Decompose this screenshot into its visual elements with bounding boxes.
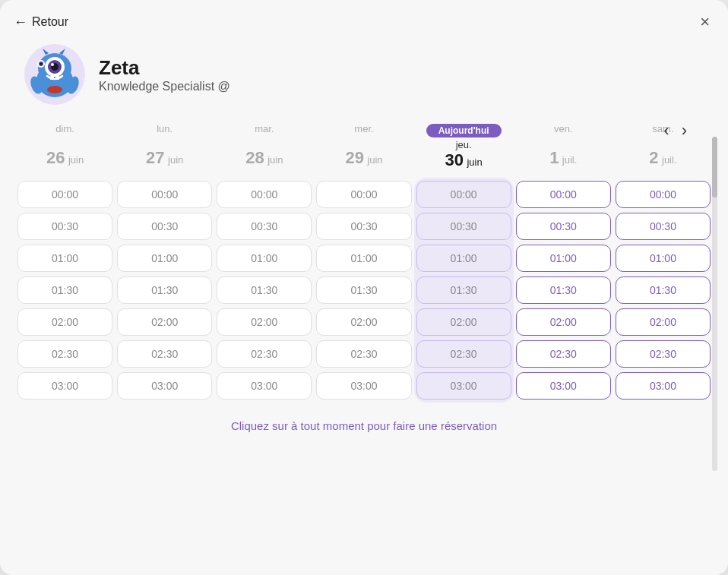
back-button[interactable]: ← Retour bbox=[14, 14, 68, 30]
time-slot-5-3[interactable]: 01:30 bbox=[516, 276, 611, 304]
time-slot-3-6[interactable]: 03:00 bbox=[316, 372, 411, 400]
time-slot-3-5[interactable]: 02:30 bbox=[316, 340, 411, 368]
calendar-grid: dim. 26 juin lun. 27 juin mar. 28 juin m… bbox=[15, 118, 713, 403]
close-button[interactable]: × bbox=[700, 14, 710, 30]
time-slot-4-2[interactable]: 01:00 bbox=[416, 245, 511, 272]
time-slot-5-6[interactable]: 03:00 bbox=[516, 372, 611, 400]
time-slot-5-2[interactable]: 01:00 bbox=[516, 245, 611, 272]
time-slot-3-1[interactable]: 00:30 bbox=[316, 213, 411, 240]
back-label: Retour bbox=[32, 15, 68, 29]
time-slot-6-0[interactable]: 00:00 bbox=[616, 181, 711, 208]
time-slot-5-1[interactable]: 00:30 bbox=[516, 213, 611, 240]
time-slot-2-6[interactable]: 03:00 bbox=[217, 372, 312, 400]
day-number: 28 bbox=[245, 148, 264, 167]
svg-marker-10 bbox=[59, 49, 65, 55]
day-month: juil. bbox=[662, 154, 677, 166]
day-number: 2 bbox=[649, 148, 658, 167]
day-abbr: lun. bbox=[118, 123, 211, 134]
svg-point-8 bbox=[40, 63, 43, 65]
time-slot-6-3[interactable]: 01:30 bbox=[616, 276, 711, 304]
time-slot-1-2[interactable]: 01:00 bbox=[117, 245, 212, 272]
day-abbr: jeu. bbox=[417, 139, 511, 150]
time-slot-6-4[interactable]: 02:00 bbox=[616, 308, 711, 336]
day-number: 26 bbox=[46, 148, 65, 167]
footer-hint: Cliquez sur à tout moment pour faire une… bbox=[0, 403, 728, 446]
time-slot-3-0[interactable]: 00:00 bbox=[316, 181, 411, 208]
time-slot-0-5[interactable]: 02:30 bbox=[17, 340, 112, 368]
back-arrow-icon: ← bbox=[14, 14, 27, 30]
time-slot-2-1[interactable]: 00:30 bbox=[217, 213, 312, 240]
time-slot-3-2[interactable]: 01:00 bbox=[316, 245, 411, 272]
profile-info: Zeta Knowledge Specialist @ bbox=[99, 56, 230, 93]
time-slot-2-3[interactable]: 01:30 bbox=[217, 276, 312, 304]
time-slot-4-0[interactable]: 00:00 bbox=[416, 181, 511, 208]
time-slot-4-6[interactable]: 03:00 bbox=[416, 372, 511, 400]
time-slot-6-6[interactable]: 03:00 bbox=[616, 372, 711, 400]
day-number: 29 bbox=[345, 148, 363, 167]
modal-header: ← Retour × bbox=[0, 0, 728, 36]
time-slot-1-0[interactable]: 00:00 bbox=[117, 181, 212, 208]
time-slot-6-1[interactable]: 00:30 bbox=[616, 213, 711, 240]
svg-rect-12 bbox=[55, 76, 59, 80]
time-slot-1-1[interactable]: 00:30 bbox=[117, 213, 212, 240]
next-week-button[interactable]: › bbox=[677, 118, 692, 144]
day-header-5: ven. 1 juil. bbox=[514, 118, 613, 178]
time-slot-0-1[interactable]: 00:30 bbox=[17, 213, 112, 240]
day-month: juin bbox=[267, 154, 283, 166]
day-column-1: 00:0000:3001:0001:3002:0002:3003:00 bbox=[115, 178, 214, 403]
profile-section: Zeta Knowledge Specialist @ bbox=[0, 36, 728, 118]
scrollbar-track bbox=[712, 137, 717, 471]
time-slot-0-0[interactable]: 00:00 bbox=[17, 181, 112, 208]
time-slot-0-2[interactable]: 01:00 bbox=[17, 245, 112, 272]
calendar-nav: ‹ › bbox=[659, 118, 692, 144]
time-slot-1-4[interactable]: 02:00 bbox=[117, 308, 212, 336]
time-slot-1-6[interactable]: 03:00 bbox=[117, 372, 212, 400]
time-slot-5-4[interactable]: 02:00 bbox=[516, 308, 611, 336]
day-header-2: mar. 28 juin bbox=[214, 118, 314, 178]
calendar-section: dim. 26 juin lun. 27 juin mar. 28 juin m… bbox=[0, 118, 728, 403]
scrollbar-thumb[interactable] bbox=[712, 137, 717, 197]
day-abbr: mer. bbox=[317, 123, 410, 134]
time-slot-4-1[interactable]: 00:30 bbox=[416, 213, 511, 240]
day-header-0: dim. 26 juin bbox=[15, 118, 115, 178]
day-column-6: 00:0000:3001:0001:3002:0002:3003:00 bbox=[613, 178, 713, 403]
time-slot-3-4[interactable]: 02:00 bbox=[316, 308, 411, 336]
prev-week-button[interactable]: ‹ bbox=[659, 118, 673, 144]
day-abbr: mar. bbox=[217, 123, 311, 134]
today-badge: Aujourd'hui bbox=[426, 124, 502, 137]
profile-title: Knowledge Specialist @ bbox=[99, 80, 230, 93]
svg-rect-11 bbox=[50, 76, 54, 80]
day-header-1: lun. 27 juin bbox=[115, 118, 214, 178]
day-month: juin bbox=[68, 154, 84, 166]
day-column-5: 00:0000:3001:0001:3002:0002:3003:00 bbox=[514, 178, 613, 403]
day-column-3: 00:0000:3001:0001:3002:0002:3003:00 bbox=[314, 178, 413, 403]
time-slot-6-5[interactable]: 02:30 bbox=[616, 340, 711, 368]
time-slot-3-3[interactable]: 01:30 bbox=[316, 276, 411, 304]
time-slot-5-0[interactable]: 00:00 bbox=[516, 181, 611, 208]
day-abbr: ven. bbox=[517, 123, 610, 134]
day-month: juin bbox=[367, 154, 382, 166]
day-column-0: 00:0000:3001:0001:3002:0002:3003:00 bbox=[15, 178, 115, 403]
time-slot-0-3[interactable]: 01:30 bbox=[17, 276, 112, 304]
day-column-2: 00:0000:3001:0001:3002:0002:3003:00 bbox=[214, 178, 314, 403]
time-slot-5-5[interactable]: 02:30 bbox=[516, 340, 611, 368]
time-slot-4-4[interactable]: 02:00 bbox=[416, 308, 511, 336]
time-slot-0-4[interactable]: 02:00 bbox=[17, 308, 112, 336]
time-slot-2-5[interactable]: 02:30 bbox=[217, 340, 312, 368]
day-number: 27 bbox=[146, 148, 164, 167]
time-slot-6-2[interactable]: 01:00 bbox=[616, 245, 711, 272]
svg-point-15 bbox=[47, 86, 62, 93]
day-month: juil. bbox=[562, 154, 578, 166]
day-number: 1 bbox=[549, 148, 559, 167]
profile-name: Zeta bbox=[99, 56, 230, 80]
time-slot-4-5[interactable]: 02:30 bbox=[416, 340, 511, 368]
day-header-4: Aujourd'hui jeu. 30 juin bbox=[414, 118, 514, 178]
time-slot-2-4[interactable]: 02:00 bbox=[217, 308, 312, 336]
time-slot-1-3[interactable]: 01:30 bbox=[117, 276, 212, 304]
time-slot-2-0[interactable]: 00:00 bbox=[217, 181, 312, 208]
day-header-3: mer. 29 juin bbox=[314, 118, 413, 178]
time-slot-0-6[interactable]: 03:00 bbox=[17, 372, 112, 400]
time-slot-1-5[interactable]: 02:30 bbox=[117, 340, 212, 368]
time-slot-4-3[interactable]: 01:30 bbox=[416, 276, 511, 304]
time-slot-2-2[interactable]: 01:00 bbox=[217, 245, 312, 272]
